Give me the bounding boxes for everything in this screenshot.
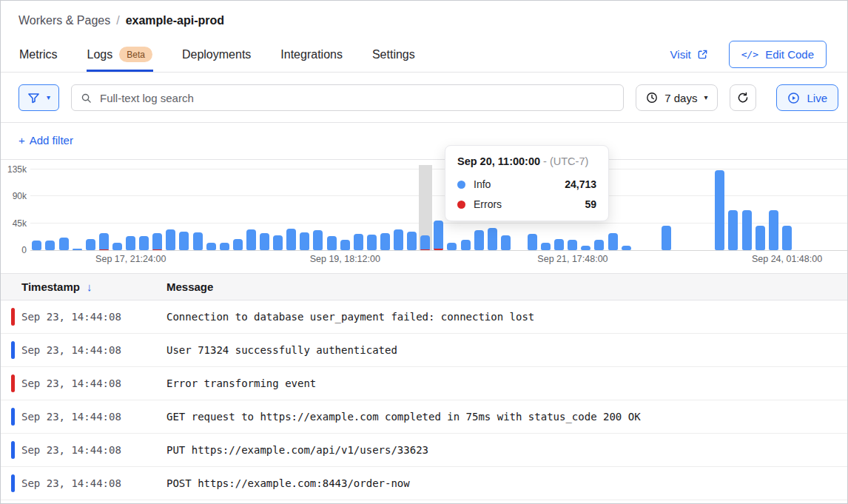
tab-metrics[interactable]: Metrics <box>18 37 58 72</box>
chart-bar[interactable] <box>273 235 283 250</box>
chart-bar[interactable] <box>99 233 109 250</box>
breadcrumb-section[interactable]: Workers & Pages <box>18 14 110 27</box>
y-axis-label: 135k <box>1 164 27 175</box>
tab-label: Metrics <box>19 48 58 61</box>
chart-bar[interactable] <box>380 233 390 250</box>
log-table-row[interactable]: Sep 23, 14:44:08GET request to https://e… <box>1 400 847 434</box>
log-message: User 71324 successfully authenticated <box>166 344 397 356</box>
chart-bar[interactable] <box>139 236 149 250</box>
chart-bar[interactable] <box>112 243 122 250</box>
chart-bar[interactable] <box>447 243 457 250</box>
tab-deployments[interactable]: Deployments <box>181 37 252 72</box>
chart-bar[interactable] <box>354 234 363 250</box>
chart-bar[interactable] <box>206 243 216 250</box>
chart-bar[interactable] <box>528 234 537 250</box>
chart-bar[interactable] <box>434 221 443 250</box>
chart-bar[interactable] <box>622 246 631 250</box>
chart-bar[interactable] <box>715 170 724 250</box>
filter-menu-button[interactable]: ▾ <box>18 84 59 111</box>
severity-indicator-error <box>11 374 15 392</box>
chart-bar[interactable] <box>32 241 41 250</box>
tooltip-series-label: Errors <box>474 198 502 210</box>
chart-bar[interactable] <box>260 233 269 250</box>
tab-logs[interactable]: LogsBeta <box>87 37 153 72</box>
breadcrumb-separator: / <box>116 14 119 27</box>
play-circle-icon <box>787 92 800 104</box>
log-table-row[interactable]: Sep 23, 14:44:08PUT https://example.com/… <box>1 434 847 467</box>
chart-bar[interactable] <box>340 240 350 250</box>
add-filter-button[interactable]: + Add filter <box>18 134 73 147</box>
chart-gridline <box>30 169 847 169</box>
chart-bar[interactable] <box>246 229 256 250</box>
chart-bar[interactable] <box>126 236 135 250</box>
chart-bar-error-segment <box>420 249 430 251</box>
chart-bar[interactable] <box>554 239 564 250</box>
search-box[interactable] <box>71 84 624 111</box>
chart-bar[interactable] <box>581 246 590 250</box>
search-icon <box>81 93 92 104</box>
chart-bar[interactable] <box>782 226 792 250</box>
sort-descending-icon[interactable]: ↓ <box>87 280 92 293</box>
chart-bar[interactable] <box>769 210 778 250</box>
visit-link[interactable]: Visit <box>670 48 708 61</box>
column-header-message[interactable]: Message <box>166 280 213 293</box>
chart-bar[interactable] <box>662 226 671 250</box>
time-range-dropdown[interactable]: 7 days ▾ <box>636 84 718 111</box>
log-timestamp: Sep 23, 14:44:08 <box>21 411 166 423</box>
tab-integrations[interactable]: Integrations <box>280 37 343 72</box>
tab-label: Logs <box>87 48 113 61</box>
tooltip-title: Sep 20, 11:00:00 - (UTC-7) <box>457 155 596 167</box>
chart-bar[interactable] <box>300 232 309 250</box>
log-table-row[interactable]: Sep 23, 14:44:08Error transforming event <box>1 367 847 400</box>
tab-settings[interactable]: Settings <box>371 37 416 72</box>
log-table-row[interactable]: Sep 23, 14:44:08Connection to database u… <box>1 300 847 334</box>
chart-bar[interactable] <box>420 235 430 250</box>
beta-badge: Beta <box>119 47 152 62</box>
chart-bar[interactable] <box>568 240 577 251</box>
chart-bar[interactable] <box>394 229 403 250</box>
chart-bar[interactable] <box>59 238 69 250</box>
chart-bar[interactable] <box>179 232 189 250</box>
log-timestamp: Sep 23, 14:44:08 <box>21 477 166 489</box>
live-button[interactable]: Live <box>776 84 838 111</box>
search-input[interactable] <box>98 91 614 105</box>
chart-bar[interactable] <box>193 232 203 250</box>
log-table-row[interactable]: Sep 23, 14:44:08POST https://example.com… <box>1 467 847 500</box>
chart-bar[interactable] <box>501 235 511 250</box>
top-actions: Visit </> Edit Code <box>670 37 827 72</box>
chart-bar[interactable] <box>608 233 618 250</box>
severity-indicator-info <box>11 441 15 459</box>
chart-bar[interactable] <box>313 230 323 250</box>
chart-bar[interactable] <box>594 240 604 250</box>
chart-bar[interactable] <box>488 228 497 250</box>
chart-bar[interactable] <box>327 236 337 250</box>
log-table-row[interactable]: Sep 23, 14:44:08User 71324 successfully … <box>1 334 847 367</box>
tab-list: MetricsLogsBetaDeploymentsIntegrationsSe… <box>18 37 416 72</box>
clock-icon <box>646 92 658 104</box>
chart-bar[interactable] <box>73 249 82 250</box>
chart-bar[interactable] <box>45 241 55 250</box>
chart-bar[interactable] <box>461 240 471 250</box>
chart-bar[interactable] <box>367 235 377 250</box>
chart-bar[interactable] <box>86 239 95 250</box>
x-axis-tick-label: Sep 17, 21:24:00 <box>95 254 166 264</box>
log-message: GET request to https://example.com compl… <box>166 411 641 423</box>
chart-bar[interactable] <box>474 230 484 250</box>
tooltip-series-value: 24,713 <box>565 178 596 190</box>
column-header-timestamp[interactable]: Timestamp ↓ <box>1 280 166 293</box>
chart-bar[interactable] <box>166 229 175 250</box>
chart-bar[interactable] <box>742 210 752 250</box>
refresh-button[interactable] <box>730 84 756 111</box>
chart-bar[interactable] <box>220 243 229 250</box>
top-bar: Workers & Pages / example-api-prod Metri… <box>1 1 847 73</box>
chart-bar[interactable] <box>728 210 738 250</box>
chart-bar[interactable] <box>286 229 296 250</box>
code-icon: </> <box>741 49 758 60</box>
chart-bar[interactable] <box>541 243 551 250</box>
chart-bar[interactable] <box>756 226 765 250</box>
edit-code-button[interactable]: </> Edit Code <box>729 41 827 68</box>
chart-bar[interactable] <box>233 239 243 250</box>
chart-bar-error-segment <box>152 249 162 251</box>
chart-bar[interactable] <box>407 232 417 250</box>
chart-bar[interactable] <box>152 233 162 250</box>
